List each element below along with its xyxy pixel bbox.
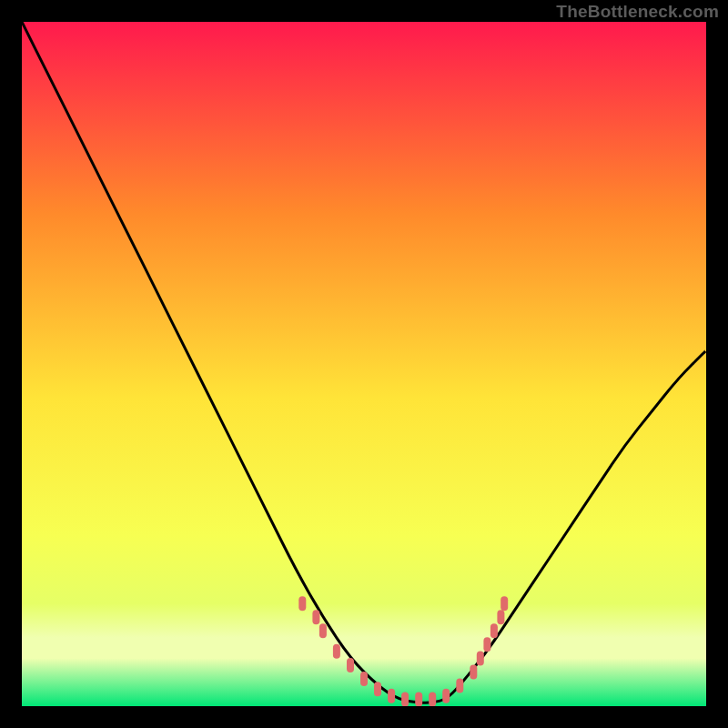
curve-marker bbox=[298, 596, 306, 611]
curve-marker bbox=[456, 678, 463, 693]
curve-marker bbox=[319, 623, 327, 638]
curve-marker bbox=[442, 689, 450, 703]
plot-area bbox=[22, 22, 706, 706]
curve-marker bbox=[401, 693, 409, 707]
curve-marker bbox=[490, 623, 498, 638]
chart-svg bbox=[22, 22, 706, 706]
curve-marker bbox=[415, 693, 422, 707]
chart-frame: TheBottleneck.com bbox=[0, 0, 728, 728]
watermark-text: TheBottleneck.com bbox=[556, 2, 719, 22]
curve-marker bbox=[477, 651, 484, 665]
curve-marker bbox=[483, 637, 490, 652]
curve-marker bbox=[500, 596, 508, 611]
curve-marker bbox=[429, 693, 436, 707]
curve-marker bbox=[470, 664, 477, 679]
gradient-background bbox=[22, 22, 706, 706]
curve-marker bbox=[360, 672, 368, 686]
curve-marker bbox=[347, 658, 354, 672]
curve-marker bbox=[374, 682, 381, 696]
curve-marker bbox=[312, 610, 319, 624]
curve-marker bbox=[497, 610, 504, 624]
curve-marker bbox=[388, 689, 395, 703]
curve-marker bbox=[333, 644, 340, 659]
